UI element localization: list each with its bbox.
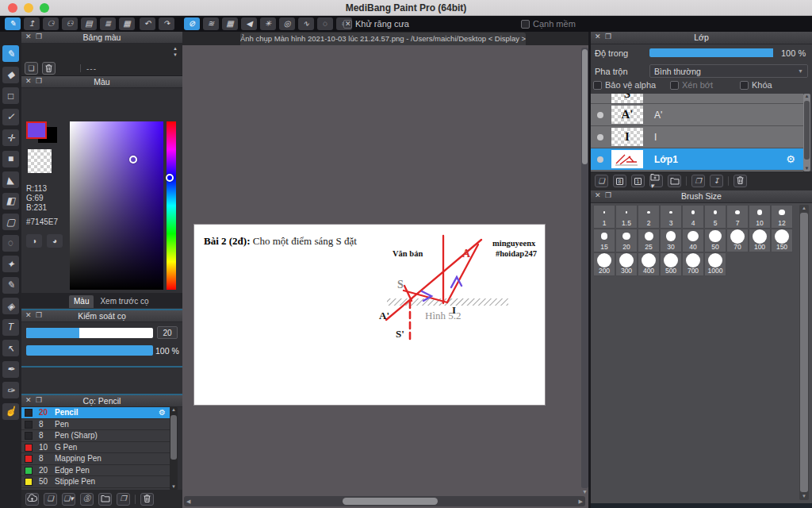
brush-size-cell[interactable]: 15 — [593, 229, 615, 252]
brush-size-cell[interactable]: 1.5 — [615, 205, 638, 229]
layer-thumbnail: A' — [611, 106, 643, 124]
brush-list-scrollbar[interactable]: ▲ ▼ — [170, 407, 178, 490]
brush-list-item[interactable]: 20 Edge Pen ⚙ — [21, 465, 170, 477]
saturation-value-picker[interactable] — [70, 121, 163, 290]
layer-row[interactable]: A' A' ⚙ — [591, 104, 803, 126]
brush-size-cell[interactable]: 1000 — [704, 252, 726, 276]
brush-size-cell[interactable]: 100 — [749, 229, 771, 252]
brush-list-item[interactable]: 8 Pen ⚙ — [21, 419, 170, 431]
tab-color[interactable]: Màu — [69, 295, 94, 308]
brush-list-item[interactable]: 10 G Pen ⚙ — [21, 442, 170, 454]
brush-size-cell[interactable]: 25 — [638, 229, 660, 252]
scroll-right-icon[interactable]: ▶ — [579, 498, 583, 504]
hue-slider[interactable] — [167, 121, 176, 290]
brush-control-panel-title: Kiểm soát cọ — [21, 311, 182, 321]
palette-scroll-spinner[interactable]: ▲▼ — [171, 45, 179, 58]
scroll-up-icon[interactable]: ▲ — [170, 407, 178, 413]
hue-slider-marker[interactable] — [166, 174, 174, 182]
clipping-checkbox[interactable] — [670, 81, 679, 90]
brush-list-item[interactable]: 8 Pen (Sharp) ⚙ — [21, 430, 170, 442]
soft-edge-checkbox[interactable] — [521, 20, 530, 29]
delete-swatch-button[interactable] — [42, 62, 56, 75]
blend-mode-dropdown[interactable]: Bình thường ▼ — [649, 64, 808, 78]
antialias-checkbox[interactable] — [343, 20, 352, 29]
layer-settings-icon[interactable]: ⚙ — [786, 153, 795, 165]
canvas-vscrollbar[interactable] — [581, 48, 588, 488]
layer-panel-title: Lớp — [591, 33, 812, 42]
brush-size-cell[interactable]: 2 — [638, 205, 660, 229]
layer-row[interactable]: I I ⚙ — [591, 126, 803, 148]
palette-gear-icon[interactable]: ◕ — [47, 234, 63, 248]
brush-size-cell[interactable]: 20 — [615, 229, 638, 252]
brush-dot — [622, 233, 630, 241]
brush-dot-wrap — [638, 253, 659, 267]
brush-size-cell[interactable]: 400 — [638, 252, 660, 276]
brush-list-item[interactable]: 20 Pencil ⚙ — [21, 407, 170, 419]
brush-size-cell[interactable]: 40 — [682, 229, 704, 252]
brush-size-cell[interactable]: 10 — [749, 205, 771, 229]
layer-visibility-dot[interactable] — [597, 134, 603, 140]
brush-size-value[interactable]: 20 — [157, 326, 178, 339]
layer-row[interactable]: Lớp1 ⚙ — [591, 148, 803, 171]
brush-opacity-slider[interactable] — [26, 345, 153, 356]
brush-size-scrollbar[interactable]: ▲ ▼ — [799, 205, 809, 500]
sv-picker-marker[interactable] — [129, 156, 137, 164]
add-swatch-button[interactable]: ❏ — [25, 62, 38, 75]
brush-size-cell[interactable]: 300 — [615, 252, 638, 276]
brush-settings-icon[interactable]: ⚙ — [159, 408, 166, 417]
brush-size-cell[interactable]: 50 — [704, 229, 726, 252]
palette-icon[interactable]: ◑ — [26, 234, 42, 248]
scroll-left-icon[interactable]: ◀ — [186, 498, 190, 504]
lock-checkbox[interactable] — [740, 81, 749, 90]
canvas-document[interactable]: Bài 2 (2đ): Cho một điểm sáng S đặt — [194, 225, 545, 405]
document-tab[interactable]: Ảnh chụp Màn hình 2021-10-03 lúc 21.24.5… — [240, 33, 526, 45]
canvas-hscrollbar[interactable]: ◀ ▶ — [184, 496, 585, 506]
canvas-hscroll-thumb[interactable] — [343, 498, 438, 505]
brush-size-cell[interactable]: 3 — [660, 205, 682, 229]
layer-row[interactable]: S ⚙ — [591, 94, 803, 104]
alpha-protect-checkbox[interactable] — [593, 81, 602, 90]
brush-size-cell[interactable]: 70 — [726, 229, 749, 252]
scroll-up-icon[interactable]: ▲ — [803, 94, 810, 99]
brush-size-cell[interactable]: 1 — [593, 205, 615, 229]
tab-brush-preview[interactable]: Xem trước cọ — [95, 295, 153, 308]
brush-size-slider[interactable] — [26, 328, 153, 338]
tools-list: ✎◆□✓✛■◣◧▢◌✦✎◈T↖✒✑☝ — [2, 45, 19, 420]
brush-dot — [708, 253, 722, 267]
layer-opacity-slider[interactable] — [649, 48, 773, 57]
brush-size-cell[interactable]: 4 — [682, 205, 704, 229]
brush-size-cell[interactable]: 12 — [771, 205, 793, 229]
canvas-vscroll-thumb[interactable] — [582, 49, 588, 164]
layer-visibility-dot[interactable] — [597, 156, 603, 163]
foreground-color-swatch[interactable] — [26, 121, 47, 139]
brush-size-cell[interactable]: 150 — [771, 229, 793, 252]
palette-empty-label: --- — [86, 64, 97, 73]
brush-size-label: 3 — [661, 219, 681, 228]
canvas-area[interactable]: Ảnh chụp Màn hình 2021-10-03 lúc 21.24.5… — [182, 32, 588, 508]
brush-size-cell[interactable]: 200 — [593, 252, 615, 276]
clipping-label: Xén bớt — [682, 80, 713, 90]
brush-dot-wrap — [661, 253, 681, 267]
brush-size-scroll-thumb[interactable] — [800, 213, 808, 492]
layers-scrollbar[interactable]: ▲ ▼ — [803, 94, 810, 171]
layers-scroll-thumb[interactable] — [804, 101, 810, 160]
brush-list-item[interactable]: 50 Stipple Pen ⚙ — [21, 476, 170, 488]
layer-visibility-dot[interactable] — [597, 112, 603, 118]
brush-size-cell[interactable]: 5 — [704, 205, 726, 229]
scroll-down-icon[interactable]: ▼ — [581, 489, 588, 495]
brush-list-item[interactable]: 8 Mapping Pen ⚙ — [21, 453, 170, 465]
brush-dot — [597, 253, 611, 267]
brush-color-swatch — [25, 421, 33, 429]
scroll-down-icon[interactable]: ▼ — [803, 166, 810, 171]
scroll-down-icon[interactable]: ▼ — [799, 494, 809, 499]
brush-list-scroll-thumb[interactable] — [170, 415, 177, 460]
brush-dot — [730, 229, 745, 244]
brush-size-cell[interactable]: 30 — [660, 229, 682, 252]
transparent-color-swatch[interactable] — [28, 149, 52, 173]
brush-control-panel-header: ✕ ❐ Kiểm soát cọ — [21, 310, 182, 322]
scroll-up-icon[interactable]: ▲ — [799, 206, 809, 211]
brush-size-cell[interactable]: 700 — [682, 252, 704, 276]
brush-size-cell[interactable]: 7 — [726, 205, 749, 229]
scroll-down-icon[interactable]: ▼ — [170, 484, 178, 490]
brush-size-cell[interactable]: 500 — [660, 252, 682, 276]
